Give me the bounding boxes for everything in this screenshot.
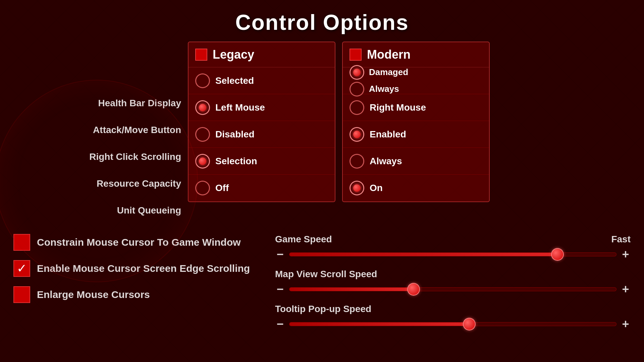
label-health-bar: Health Bar Display xyxy=(13,90,188,117)
modern-health-damaged: Damaged xyxy=(350,65,482,80)
legacy-row-selection: Selection xyxy=(189,148,335,175)
slider-gamespeed-fill xyxy=(289,253,557,256)
legacy-label-selection: Selection xyxy=(215,156,257,167)
slider-scrollspeed-plus[interactable]: + xyxy=(621,282,631,296)
modern-radio-always-health[interactable] xyxy=(350,82,364,97)
checkbox-constrain[interactable] xyxy=(13,234,30,251)
slider-tooltip-minus[interactable]: − xyxy=(275,317,285,331)
modern-icon xyxy=(350,49,362,61)
legacy-row-leftmouse: Left Mouse xyxy=(189,94,335,121)
modern-health-always: Always xyxy=(350,82,482,97)
legacy-label-off: Off xyxy=(215,183,229,193)
checkbox-scrolling[interactable]: ✓ xyxy=(13,260,30,277)
modern-radio-damaged[interactable] xyxy=(350,65,364,80)
bottom-section: Constrain Mouse Cursor To Game Window ✓ … xyxy=(0,224,644,331)
label-resource: Resource Capacity xyxy=(13,170,188,197)
slider-scrollspeed-minus[interactable]: − xyxy=(275,282,285,296)
legacy-label-selected: Selected xyxy=(215,75,254,86)
modern-radio-always[interactable] xyxy=(350,154,364,169)
slider-gamespeed-plus[interactable]: + xyxy=(621,247,631,261)
legacy-radio-off[interactable] xyxy=(195,181,210,195)
checkbox-constrain-label: Constrain Mouse Cursor To Game Window xyxy=(37,237,241,248)
modern-label-always: Always xyxy=(370,156,402,167)
legacy-radio-selected[interactable] xyxy=(195,73,210,88)
legacy-title: Legacy xyxy=(213,48,254,62)
modern-panel: Modern Damaged Always Right Mouse Enable… xyxy=(342,42,490,202)
modern-radio-on[interactable] xyxy=(350,181,364,195)
modern-row-on: On xyxy=(343,175,489,201)
slider-group-scrollspeed: Map View Scroll Speed − + xyxy=(275,269,631,296)
label-attack-move: Attack/Move Button xyxy=(13,117,188,143)
legacy-panel: Legacy Selected Left Mouse Disabled Sele… xyxy=(188,42,335,202)
modern-title: Modern xyxy=(367,48,411,62)
modern-radio-enabled[interactable] xyxy=(350,127,364,142)
slider-gamespeed-minus[interactable]: − xyxy=(275,247,285,261)
slider-gamespeed-thumb[interactable] xyxy=(551,248,564,261)
checkbox-enlarge[interactable] xyxy=(13,286,30,303)
legacy-radio-selection[interactable] xyxy=(195,154,210,169)
slider-tooltip-plus[interactable]: + xyxy=(621,317,631,331)
checkbox-scrolling-label: Enable Mouse Cursor Screen Edge Scrollin… xyxy=(37,263,250,274)
modern-label-always-health: Always xyxy=(369,84,399,94)
legacy-label-disabled: Disabled xyxy=(215,129,255,140)
slider-gamespeed-header: Game Speed Fast xyxy=(275,234,631,245)
slider-group-gamespeed: Game Speed Fast − + xyxy=(275,234,631,261)
modern-label-rightmouse: Right Mouse xyxy=(370,102,426,113)
legacy-row-disabled: Disabled xyxy=(189,121,335,148)
label-unit-queue: Unit Queueing xyxy=(13,197,188,224)
legacy-icon xyxy=(195,49,207,61)
slider-gamespeed-value: Fast xyxy=(611,234,631,245)
slider-tooltip-header: Tooltip Pop-up Speed xyxy=(275,304,631,314)
modern-label-damaged: Damaged xyxy=(369,67,408,77)
legacy-panel-header: Legacy xyxy=(189,42,335,67)
slider-tooltip-controls: − + xyxy=(275,317,631,331)
modern-row-always: Always xyxy=(343,148,489,175)
slider-gamespeed-label: Game Speed xyxy=(275,234,332,245)
modern-radio-rightmouse[interactable] xyxy=(350,100,364,115)
legacy-radio-leftmouse[interactable] xyxy=(195,100,210,115)
checkbox-row-scrolling: ✓ Enable Mouse Cursor Screen Edge Scroll… xyxy=(13,260,255,277)
modern-health-row: Damaged Always xyxy=(343,67,489,94)
slider-group-tooltip: Tooltip Pop-up Speed − + xyxy=(275,304,631,331)
slider-tooltip-label: Tooltip Pop-up Speed xyxy=(275,304,371,314)
page-title: Control Options xyxy=(0,0,644,42)
label-right-click: Right Click Scrolling xyxy=(13,143,188,170)
main-options-area: Health Bar Display Attack/Move Button Ri… xyxy=(0,42,644,224)
modern-label-on: On xyxy=(370,183,383,193)
slider-gamespeed-track[interactable] xyxy=(289,252,616,256)
modern-label-enabled: Enabled xyxy=(370,129,406,140)
slider-scrollspeed-fill xyxy=(289,288,414,291)
modern-row-rightmouse: Right Mouse xyxy=(343,94,489,121)
slider-scrollspeed-label: Map View Scroll Speed xyxy=(275,269,377,280)
slider-tooltip-thumb[interactable] xyxy=(463,318,476,330)
slider-tooltip-track[interactable] xyxy=(289,322,616,326)
modern-panel-header: Modern xyxy=(343,42,489,67)
slider-gamespeed-controls: − + xyxy=(275,247,631,261)
checkbox-enlarge-label: Enlarge Mouse Cursors xyxy=(37,289,150,300)
modern-row-enabled: Enabled xyxy=(343,121,489,148)
slider-scrollspeed-track[interactable] xyxy=(289,287,616,291)
checkboxes-section: Constrain Mouse Cursor To Game Window ✓ … xyxy=(13,234,255,303)
legacy-row-off: Off xyxy=(189,175,335,201)
legacy-label-leftmouse: Left Mouse xyxy=(215,102,265,113)
slider-scrollspeed-thumb[interactable] xyxy=(407,283,420,296)
slider-tooltip-fill xyxy=(289,322,469,326)
sliders-section: Game Speed Fast − + Map View Scroll Spee… xyxy=(275,234,631,331)
slider-scrollspeed-header: Map View Scroll Speed xyxy=(275,269,631,280)
legacy-radio-disabled[interactable] xyxy=(195,127,210,142)
checkbox-row-enlarge: Enlarge Mouse Cursors xyxy=(13,286,255,303)
row-labels: Health Bar Display Attack/Move Button Ri… xyxy=(13,42,188,224)
legacy-row-selected: Selected xyxy=(189,67,335,94)
slider-scrollspeed-controls: − + xyxy=(275,282,631,296)
checkbox-row-constrain: Constrain Mouse Cursor To Game Window xyxy=(13,234,255,251)
